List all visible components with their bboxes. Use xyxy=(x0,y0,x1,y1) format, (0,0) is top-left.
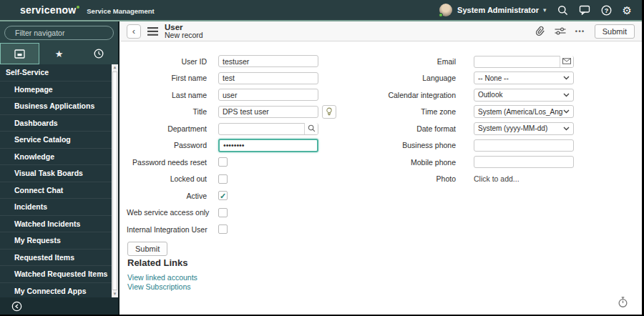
tab-favorites[interactable]: ★ xyxy=(39,43,79,64)
field-row-title: Title xyxy=(127,104,363,121)
field-row-password-needs-reset: Password needs reset xyxy=(127,154,363,171)
sidebar-item-business-applications[interactable]: Business Applications xyxy=(0,98,112,115)
submit-button-top[interactable]: Submit xyxy=(595,24,635,39)
calendar-integration-select[interactable]: Outlook xyxy=(474,89,574,102)
sidebar: ★ Self-Service Homepage Business Applica… xyxy=(0,21,119,315)
filter-navigator[interactable] xyxy=(4,26,114,40)
field-row-last-name: Last name xyxy=(127,87,363,104)
sidebar-item-incidents[interactable]: Incidents xyxy=(0,199,112,216)
form-context-menu-icon[interactable] xyxy=(147,27,158,36)
email-action-button[interactable] xyxy=(560,56,573,68)
field-label: First name xyxy=(127,74,207,82)
response-time-icon[interactable] xyxy=(618,297,628,310)
field-label: Language xyxy=(341,74,456,82)
personalize-form-icon[interactable] xyxy=(555,26,566,36)
sidebar-item-connect-chat[interactable]: Connect Chat xyxy=(0,182,112,199)
web-service-access-only-checkbox[interactable] xyxy=(218,208,228,217)
sidebar-item-dashboards[interactable]: Dashboards xyxy=(0,115,112,132)
email-input[interactable] xyxy=(474,56,574,68)
sidebar-item-requested-items[interactable]: Requested Items xyxy=(0,250,112,267)
user-id-input[interactable] xyxy=(218,55,318,67)
department-lookup-button[interactable] xyxy=(304,123,318,135)
active-checkbox[interactable] xyxy=(218,191,228,200)
view-subscriptions-link[interactable]: View Subscriptions xyxy=(127,282,197,291)
sidebar-item-watched-incidents[interactable]: Watched Incidents xyxy=(0,216,112,233)
locked-out-checkbox[interactable] xyxy=(218,174,228,184)
scrollbar-thumb[interactable] xyxy=(112,71,117,290)
sidebar-section-self-service[interactable]: Self-Service xyxy=(0,64,112,82)
field-label: Last name xyxy=(127,91,207,99)
filter-navigator-input[interactable] xyxy=(15,29,112,37)
attachment-icon[interactable] xyxy=(533,24,547,38)
tab-history[interactable] xyxy=(79,43,118,64)
sidebar-tabs: ★ xyxy=(0,43,118,64)
search-icon[interactable] xyxy=(557,5,568,16)
app-window: servicenow Service Management System Adm… xyxy=(0,0,644,316)
field-label: Active xyxy=(127,192,207,200)
password-input[interactable] xyxy=(218,139,318,152)
chevron-down-icon xyxy=(563,93,570,97)
time-zone-select[interactable]: System (America/Los_Angeles) xyxy=(474,105,574,118)
language-select[interactable]: -- None -- xyxy=(474,71,574,84)
field-row-business-phone: Business phone xyxy=(341,137,599,154)
gear-icon[interactable]: ⚙ xyxy=(623,5,632,16)
logo-text: servicenow xyxy=(20,4,76,16)
sidebar-item-homepage[interactable]: Homepage xyxy=(0,82,112,99)
collapse-sidebar-icon[interactable] xyxy=(11,301,22,312)
field-row-active: Active xyxy=(127,187,363,204)
field-row-photo: Photo Click to add... xyxy=(341,171,599,188)
servicenow-logo: servicenow xyxy=(20,4,79,16)
scroll-down-icon[interactable]: ▼ xyxy=(112,291,118,297)
first-name-input[interactable] xyxy=(218,72,318,84)
field-row-time-zone: Time zone System (America/Los_Angeles) xyxy=(341,104,599,121)
scroll-up-icon[interactable]: ▲ xyxy=(112,64,118,71)
chevron-down-icon xyxy=(563,109,570,114)
business-phone-input[interactable] xyxy=(474,139,574,152)
field-row-mobile-phone: Mobile phone xyxy=(341,154,599,171)
field-row-email: Email xyxy=(341,53,599,70)
online-status-dot xyxy=(439,13,443,17)
sidebar-item-knowledge[interactable]: Knowledge xyxy=(0,149,112,166)
field-row-internal-integration-user: Internal Integration User xyxy=(127,221,363,238)
chevron-down-icon[interactable]: ▾ xyxy=(543,6,547,14)
sidebar-item-my-connected-apps[interactable]: My Connected Apps xyxy=(0,283,112,298)
field-row-password: Password xyxy=(127,137,363,154)
last-name-input[interactable] xyxy=(218,89,318,101)
sidebar-footer xyxy=(0,297,118,315)
chat-icon[interactable] xyxy=(579,5,590,15)
field-label: Locked out xyxy=(127,174,207,183)
back-button[interactable]: ‹ xyxy=(127,24,141,39)
sidebar-item-watched-requested-items[interactable]: Watched Requested Items xyxy=(0,266,112,283)
field-row-department: Department xyxy=(127,120,363,137)
form-left-column: User ID First name Last name Title Depar… xyxy=(127,53,363,238)
submit-button-bottom[interactable]: Submit xyxy=(127,242,167,256)
password-needs-reset-checkbox[interactable] xyxy=(218,157,228,167)
field-label: Date format xyxy=(341,124,456,133)
avatar[interactable] xyxy=(439,4,452,16)
sidebar-item-service-catalog[interactable]: Service Catalog xyxy=(0,132,112,149)
suggestion-button[interactable] xyxy=(322,105,336,119)
user-menu[interactable]: System Administrator xyxy=(457,6,539,14)
field-label: Internal Integration User xyxy=(127,225,207,234)
department-input[interactable] xyxy=(218,123,318,135)
field-label: Password needs reset xyxy=(127,158,207,167)
svg-text:?: ? xyxy=(604,6,608,14)
sidebar-item-visual-task-boards[interactable]: Visual Task Boards xyxy=(0,165,112,182)
field-label: Calendar integration xyxy=(341,91,456,99)
help-icon[interactable]: ? xyxy=(601,5,612,16)
envelope-icon xyxy=(562,58,571,64)
sidebar-scrollbar[interactable]: ▲ ▼ xyxy=(112,64,118,297)
date-format-select[interactable]: System (yyyy-MM-dd) xyxy=(474,122,574,135)
tab-all-applications[interactable] xyxy=(0,43,39,64)
internal-integration-user-checkbox[interactable] xyxy=(218,224,228,234)
chevron-down-icon xyxy=(563,76,570,80)
record-subtitle: New record xyxy=(165,31,203,39)
field-row-first-name: First name xyxy=(127,70,363,87)
view-linked-accounts-link[interactable]: View linked accounts xyxy=(127,273,197,282)
field-label: Web service access only xyxy=(127,208,207,217)
title-input[interactable] xyxy=(218,106,318,118)
sidebar-item-my-requests[interactable]: My Requests xyxy=(0,232,112,250)
photo-add-link[interactable]: Click to add... xyxy=(474,174,519,183)
mobile-phone-input[interactable] xyxy=(474,156,574,168)
more-options-icon[interactable]: ••• xyxy=(575,28,585,35)
